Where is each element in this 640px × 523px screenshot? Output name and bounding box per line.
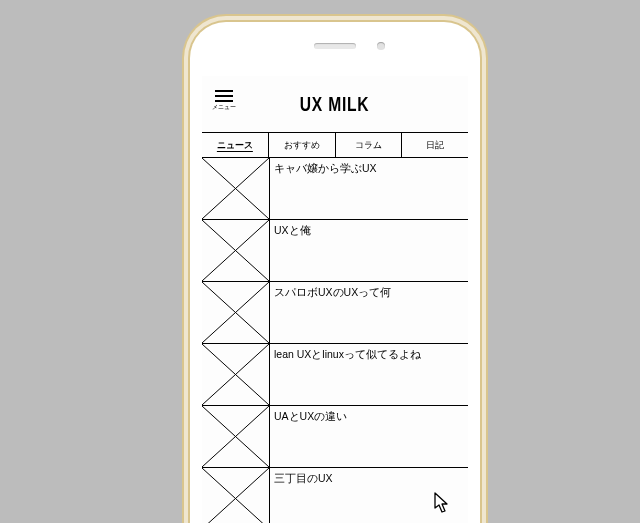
phone-camera bbox=[377, 42, 385, 50]
menu-button[interactable]: メニュー bbox=[212, 90, 236, 110]
tab-0[interactable]: ニュース bbox=[202, 133, 269, 157]
svg-line-11 bbox=[202, 468, 269, 523]
app-header: メニュー UX MILK bbox=[202, 76, 468, 132]
image-placeholder-icon bbox=[202, 282, 270, 343]
phone-speaker bbox=[314, 43, 356, 49]
image-placeholder-icon bbox=[202, 406, 270, 467]
list-item[interactable]: lean UXとlinuxって似てるよね bbox=[202, 344, 468, 406]
hamburger-icon bbox=[215, 90, 233, 92]
image-placeholder-icon bbox=[202, 468, 270, 523]
tab-2[interactable]: コラム bbox=[336, 133, 403, 157]
tab-3[interactable]: 日記 bbox=[402, 133, 468, 157]
list-item[interactable]: キャバ嬢から学ぶUX bbox=[202, 158, 468, 220]
phone-frame: メニュー UX MILK ニュースおすすめコラム日記 キャバ嬢から学ぶUXUXと… bbox=[190, 22, 480, 523]
app-title: UX MILK bbox=[300, 93, 370, 116]
image-placeholder-icon bbox=[202, 220, 270, 281]
list-item[interactable]: UAとUXの違い bbox=[202, 406, 468, 468]
image-placeholder-icon bbox=[202, 158, 270, 219]
article-title: UAとUXの違い bbox=[270, 406, 468, 467]
list-item[interactable]: UXと俺 bbox=[202, 220, 468, 282]
svg-line-10 bbox=[202, 468, 269, 523]
article-title: UXと俺 bbox=[270, 220, 468, 281]
article-list: キャバ嬢から学ぶUXUXと俺スパロボUXのUXって何lean UXとlinuxっ… bbox=[202, 158, 468, 523]
article-title: lean UXとlinuxって似てるよね bbox=[270, 344, 468, 405]
article-title: スパロボUXのUXって何 bbox=[270, 282, 468, 343]
list-item[interactable]: スパロボUXのUXって何 bbox=[202, 282, 468, 344]
app-screen: メニュー UX MILK ニュースおすすめコラム日記 キャバ嬢から学ぶUXUXと… bbox=[202, 76, 468, 523]
article-title: キャバ嬢から学ぶUX bbox=[270, 158, 468, 219]
tab-1[interactable]: おすすめ bbox=[269, 133, 336, 157]
list-item[interactable]: 三丁目のUX bbox=[202, 468, 468, 523]
menu-label: メニュー bbox=[212, 104, 236, 110]
tab-bar: ニュースおすすめコラム日記 bbox=[202, 132, 468, 158]
image-placeholder-icon bbox=[202, 344, 270, 405]
article-title: 三丁目のUX bbox=[270, 468, 468, 523]
